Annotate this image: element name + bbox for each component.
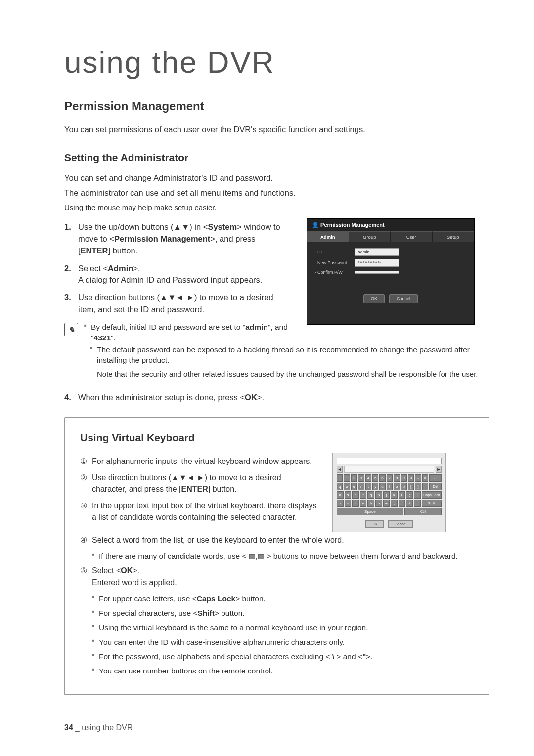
cpw-input[interactable] — [355, 271, 399, 274]
nav-left-icon — [249, 554, 255, 559]
tab-admin[interactable]: Admin — [307, 231, 349, 242]
vk2-text2: ] button. — [208, 485, 237, 493]
vkb-key[interactable]: g — [367, 491, 374, 499]
vkb-key[interactable]: j — [383, 491, 390, 499]
vkb-key[interactable]: s — [345, 491, 352, 499]
s1-text: Use the up/down buttons (▲▼) in < — [78, 222, 208, 231]
vksub1-caps: Caps Lock — [197, 594, 235, 603]
dialog-ok-button[interactable]: OK — [363, 294, 385, 303]
vkb-key[interactable]: 4 — [365, 474, 371, 482]
vkb-key[interactable]: o — [394, 483, 400, 490]
vkb-key[interactable]: v — [360, 500, 367, 507]
vksub5b: > and < — [334, 652, 362, 661]
vkb-key[interactable]: b — [367, 500, 374, 507]
vkb-ok-button[interactable]: OK — [365, 520, 384, 528]
vkb-key[interactable] — [422, 483, 428, 490]
vkb-key[interactable]: 7 — [387, 474, 393, 482]
pw-label: · New Password — [315, 260, 355, 265]
vkb-key[interactable]: c — [352, 500, 359, 507]
vkb-key[interactable]: y — [372, 483, 378, 490]
pw-input[interactable]: ************** — [355, 259, 399, 267]
vkb-key[interactable]: l — [399, 491, 405, 499]
page-number: 34 — [64, 723, 73, 732]
vkb-key[interactable]: a — [337, 491, 344, 499]
n1-admin: admin — [245, 323, 268, 331]
dialog-title: 👤 Permission Management — [307, 219, 474, 231]
vkb-key[interactable]: Caps Lock — [422, 491, 442, 499]
vk-step-2: ②Use direction buttons (▲▼◄ ►) to move t… — [80, 472, 317, 495]
vkb-key[interactable]: 2 — [351, 474, 357, 482]
vkb-key[interactable]: 6 — [379, 474, 385, 482]
vkb-key[interactable]: q — [337, 483, 343, 490]
vkb-key[interactable]: 5 — [372, 474, 378, 482]
vkb-key[interactable]: 9 — [401, 474, 407, 482]
vkb-key[interactable]: - — [415, 474, 421, 482]
vkb-key[interactable]: . — [399, 500, 405, 507]
vkb-key[interactable]: Del — [429, 483, 442, 490]
vksub5c: >. — [366, 652, 372, 661]
vksub5a: For the password, use alphabets and spec… — [99, 652, 332, 661]
dialog-cancel-button[interactable]: Cancel — [389, 294, 418, 303]
vkb-key[interactable]: z — [337, 500, 344, 507]
vkb-row-1: 1234567890-=← — [337, 474, 442, 482]
tab-user[interactable]: User — [391, 231, 433, 242]
vkb-key[interactable]: f — [360, 491, 367, 499]
vkb-key[interactable]: , — [391, 500, 398, 507]
n1-text3: ". — [111, 334, 116, 342]
vkb-key[interactable]: x — [345, 500, 352, 507]
vk-sub-1: For upper case letters, use <Caps Lock> … — [92, 593, 474, 604]
vkb-key[interactable]: ← — [429, 474, 442, 482]
vkb-right-arrow[interactable]: ► — [436, 466, 442, 473]
vksub2a: For special characters, use < — [99, 609, 197, 617]
page-footer: 34_ using the DVR — [64, 723, 133, 732]
vkb-key[interactable]: h — [375, 491, 382, 499]
vkb-key-ctrl[interactable]: Ctrl — [404, 508, 442, 515]
id-input[interactable]: admin — [355, 248, 399, 256]
vk-sub-4: You can enter the ID with case-insensiti… — [92, 636, 474, 648]
permission-dialog: 👤 Permission Management Admin Group User… — [307, 218, 475, 325]
vkb-left-arrow[interactable]: ◄ — [337, 466, 343, 473]
vkb-key[interactable]: m — [383, 500, 390, 507]
vkb-key[interactable]: i — [387, 483, 393, 490]
vkb-key[interactable]: t — [365, 483, 371, 490]
vkb-cancel-button[interactable]: Cancel — [388, 520, 413, 528]
vkb-key[interactable]: / — [406, 500, 413, 507]
vkb-key[interactable]: r — [358, 483, 364, 490]
vkb-key[interactable]: Shift — [422, 500, 442, 507]
nav-right-icon — [258, 554, 264, 559]
vkb-key[interactable]: ] — [415, 483, 421, 490]
vksub1b: > button. — [235, 594, 266, 603]
vkb-key[interactable]: 0 — [408, 474, 414, 482]
vkb-key[interactable]: 1 — [344, 474, 350, 482]
s3-text: Use direction buttons (▲▼◄ ►) to move to… — [78, 293, 273, 314]
vkb-key[interactable]: 3 — [358, 474, 364, 482]
vk-sub-5: For the password, use alphabets and spec… — [92, 651, 474, 662]
vkb-key[interactable]: e — [351, 483, 357, 490]
vkb-key[interactable]: ; — [406, 491, 413, 499]
vkb-key[interactable] — [337, 474, 343, 482]
vk5-text2: >. — [133, 566, 139, 575]
vk5-text3: Entered word is applied. — [92, 578, 177, 587]
vk4-sub-a: If there are many of candidate words, us… — [99, 552, 249, 560]
n1-pw: 4321 — [94, 334, 111, 342]
step-4: 4. When the administrator setup is done,… — [64, 393, 490, 402]
vkb-key[interactable]: ' — [414, 491, 421, 499]
tab-setup[interactable]: Setup — [433, 231, 475, 242]
section-permission-title: Permission Management — [64, 99, 490, 113]
vkb-key[interactable] — [414, 500, 421, 507]
vkb-key[interactable]: d — [352, 491, 359, 499]
vkb-key[interactable]: n — [375, 500, 382, 507]
n1-text: By default, initial ID and password are … — [91, 323, 245, 331]
vkb-key[interactable]: p — [401, 483, 407, 490]
vkb-key-space[interactable]: Space — [337, 508, 403, 515]
vkb-textbox[interactable] — [337, 458, 442, 464]
s1-pm: Permission Management — [114, 234, 210, 243]
vkb-key[interactable]: u — [379, 483, 385, 490]
vkb-key[interactable]: 8 — [394, 474, 400, 482]
vkb-row-4: zxcvbnm,./Shift — [337, 500, 442, 507]
tab-group[interactable]: Group — [349, 231, 391, 242]
vkb-key[interactable]: k — [391, 491, 398, 499]
vkb-key[interactable]: [ — [408, 483, 414, 490]
vkb-key[interactable]: w — [344, 483, 350, 490]
vkb-key[interactable]: = — [422, 474, 428, 482]
